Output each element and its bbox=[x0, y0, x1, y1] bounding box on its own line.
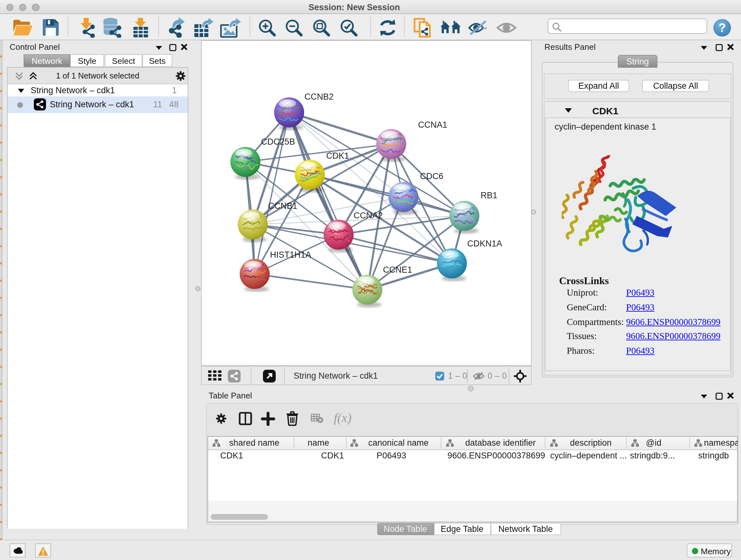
svg-text:database identifier: database identifier bbox=[465, 438, 536, 447]
svg-text:CCNA2: CCNA2 bbox=[354, 210, 383, 220]
svg-text:CCNA1: CCNA1 bbox=[418, 120, 448, 129]
svg-text:CDK1: CDK1 bbox=[220, 450, 243, 460]
svg-text:cyclin–dependent ...: cyclin–dependent ... bbox=[550, 450, 627, 460]
svg-text:CCNB1: CCNB1 bbox=[268, 201, 297, 210]
svg-text:shared name: shared name bbox=[229, 438, 280, 447]
svg-text:@id: @id bbox=[646, 438, 661, 447]
svg-text:stringdb: stringdb bbox=[698, 450, 729, 460]
svg-text:canonical name: canonical name bbox=[368, 438, 428, 447]
svg-text:9606.ENSP00000378699: 9606.ENSP00000378699 bbox=[448, 450, 545, 460]
svg-text:stringdb:9...: stringdb:9... bbox=[630, 450, 675, 460]
svg-text:CDC6: CDC6 bbox=[420, 171, 444, 181]
svg-text:?: ? bbox=[718, 21, 726, 34]
svg-text:CDK1: CDK1 bbox=[321, 450, 344, 460]
svg-text:RB1: RB1 bbox=[481, 190, 497, 200]
svg-text:CDC25B: CDC25B bbox=[261, 137, 295, 146]
svg-text:CCNB2: CCNB2 bbox=[305, 91, 334, 101]
svg-text:HIST1H1A: HIST1H1A bbox=[270, 250, 311, 259]
svg-text:description: description bbox=[570, 438, 612, 447]
svg-text:P06493: P06493 bbox=[377, 450, 406, 460]
svg-text:CCNE1: CCNE1 bbox=[383, 265, 412, 274]
svg-text:CDK1: CDK1 bbox=[326, 151, 349, 160]
svg-text:name: name bbox=[308, 438, 329, 447]
svg-text:namespac: namespac bbox=[704, 438, 738, 447]
svg-text:CDKN1A: CDKN1A bbox=[467, 239, 502, 248]
